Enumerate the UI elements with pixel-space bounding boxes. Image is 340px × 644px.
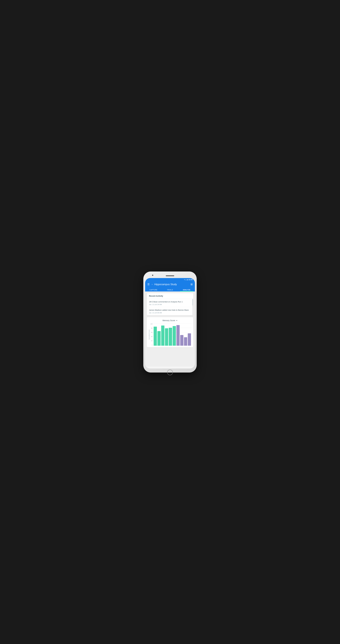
- app-bar: ☰ ← Hippocampus Study ⊞: [145, 281, 195, 288]
- back-arrow-icon[interactable]: ←: [151, 283, 154, 286]
- chart-dropdown-icon[interactable]: ▼: [176, 320, 177, 321]
- chart-title: Memory Score ▼: [149, 319, 191, 322]
- page-title: Hippocampus Study: [154, 283, 177, 286]
- y-tick-40: 40: [151, 336, 153, 337]
- y-axis-section: Normalized Score 100 80 60 40 20 0: [149, 323, 153, 346]
- chart-bars-area: [153, 323, 191, 346]
- bar-6: [173, 326, 176, 346]
- y-tick-100: 100: [151, 323, 153, 325]
- activity-title-1: Jill E Bean commented on Analysis Run 1: [149, 300, 191, 303]
- menu-icon[interactable]: ☰: [147, 283, 150, 286]
- app-bar-left: ☰ ← Hippocampus Study: [147, 283, 177, 286]
- filter-icon[interactable]: ⊞: [190, 283, 193, 286]
- tab-bar: CAPTURE TRIALS ANALYZE: [145, 288, 195, 292]
- bar-4: [165, 328, 168, 346]
- y-tick-80: 80: [151, 328, 153, 329]
- phone-frame: ▾ ▲ ▮ 12:30 ☰ ← Hippocampus Study ⊞ CAPT…: [144, 272, 196, 372]
- recent-activity-header: Recent Activity: [147, 293, 193, 299]
- bar-1: [154, 326, 157, 346]
- y-axis-label: Normalized Score: [149, 330, 150, 340]
- bar-8: [180, 335, 183, 346]
- tab-analyze[interactable]: ANALYZE: [178, 288, 195, 292]
- battery-icon: ▮: [187, 279, 188, 280]
- y-tick-60: 60: [151, 332, 153, 333]
- y-tick-0: 0: [152, 344, 153, 346]
- content-area: Recent Activity Jill E Bean commented on…: [145, 292, 195, 366]
- phone-screen: ▾ ▲ ▮ 12:30 ☰ ← Hippocampus Study ⊞ CAPT…: [145, 278, 195, 368]
- activity-item-1: Jill E Bean commented on Analysis Run 1 …: [147, 299, 193, 307]
- scroll-thumb: [192, 299, 193, 306]
- status-time: 12:30: [189, 279, 193, 280]
- app-bar-title: ← Hippocampus Study: [151, 283, 177, 286]
- bar-9: [184, 337, 187, 346]
- bar-10: [188, 333, 191, 346]
- y-tick-20: 20: [151, 340, 153, 342]
- phone-top-bar: [145, 273, 195, 278]
- wifi-icon: ▾: [184, 279, 185, 280]
- chart-wrapper: Normalized Score 100 80 60 40 20 0: [149, 323, 191, 346]
- status-bar: ▾ ▲ ▮ 12:30: [145, 278, 195, 281]
- bars-container: [153, 323, 191, 346]
- signal-icon: ▲: [185, 279, 187, 280]
- memory-score-card: Memory Score ▼ Normalized Score 100 80 6…: [147, 317, 193, 347]
- bar-2: [158, 331, 161, 346]
- bar-3: [161, 326, 165, 346]
- status-icons: ▾ ▲ ▮ 12:30: [184, 279, 193, 280]
- scroll-bar: [192, 299, 193, 316]
- activity-time-2: Jan. 21 at 8:06 AM: [149, 312, 191, 314]
- activity-time-1: Jan. 21 at 8:34 AM: [149, 304, 191, 305]
- activity-item-2: James Madison added new trials to Barnes…: [147, 307, 193, 316]
- home-button-area: [145, 368, 195, 376]
- speaker: [166, 276, 174, 276]
- bar-7: [176, 325, 180, 346]
- tab-trials[interactable]: TRIALS: [162, 288, 178, 292]
- home-button[interactable]: [167, 370, 173, 375]
- tab-capture[interactable]: CAPTURE: [145, 288, 162, 292]
- bar-5: [169, 328, 172, 346]
- activity-title-2: James Madison added new trials to Barnes…: [149, 309, 191, 311]
- camera-icon: [152, 275, 153, 276]
- recent-activity-card: Recent Activity Jill E Bean commented on…: [147, 293, 193, 316]
- y-ticks: 100 80 60 40 20 0: [151, 323, 153, 346]
